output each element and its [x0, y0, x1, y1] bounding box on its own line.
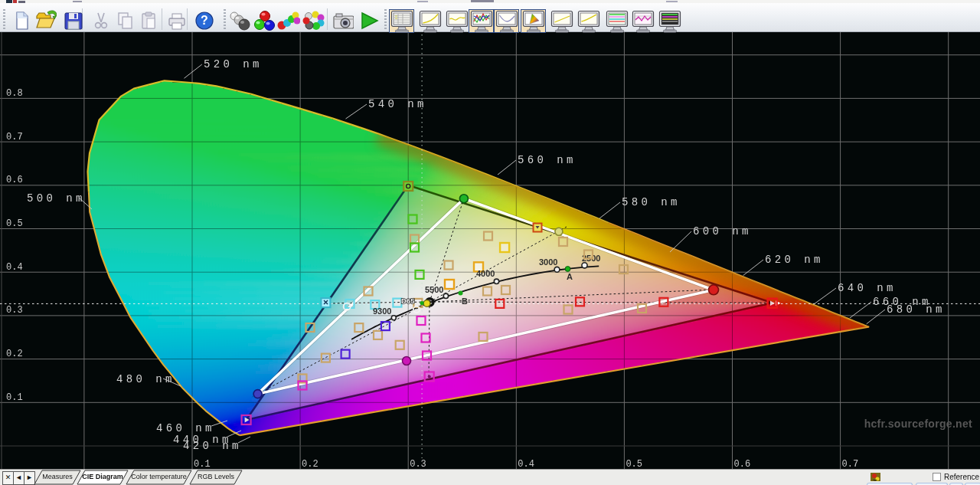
svg-text:0.7: 0.7	[842, 459, 859, 470]
svg-text:5500: 5500	[425, 285, 443, 294]
svg-text:0.6: 0.6	[734, 459, 751, 470]
svg-text:0.4: 0.4	[6, 262, 23, 273]
svg-text:580 nm: 580 nm	[622, 196, 681, 208]
svg-text:A: A	[567, 272, 573, 281]
svg-text:B: B	[462, 297, 468, 306]
svg-text:640 nm: 640 nm	[838, 282, 897, 294]
svg-text:600 nm: 600 nm	[693, 225, 752, 238]
svg-text:0.6: 0.6	[6, 175, 23, 185]
svg-text:480 nm: 480 nm	[116, 373, 175, 385]
svg-text:500 nm: 500 nm	[27, 192, 86, 205]
svg-text:0.4: 0.4	[518, 459, 534, 470]
svg-text:0.3: 0.3	[410, 459, 426, 470]
svg-text:3000: 3000	[539, 257, 557, 267]
svg-text:hcfr.sourceforge.net: hcfr.sourceforge.net	[864, 418, 972, 430]
svg-text:0.5: 0.5	[626, 459, 642, 470]
svg-text:?: ?	[201, 14, 208, 27]
svg-text:0.1: 0.1	[194, 459, 211, 470]
svg-text:0.8: 0.8	[6, 88, 23, 99]
svg-text:0.3: 0.3	[6, 305, 23, 316]
svg-text:620 nm: 620 nm	[765, 254, 824, 266]
svg-text:0.1: 0.1	[6, 392, 23, 403]
svg-text:680 nm: 680 nm	[887, 303, 946, 316]
svg-text:D65: D65	[401, 297, 415, 305]
svg-text:0.2: 0.2	[6, 349, 23, 359]
svg-text:560 nm: 560 nm	[518, 154, 577, 166]
svg-text:4000: 4000	[476, 269, 495, 278]
svg-text:460 nm: 460 nm	[156, 422, 215, 434]
svg-text:0.7: 0.7	[6, 132, 23, 143]
svg-text:420 nm: 420 nm	[183, 440, 242, 452]
svg-text:9300: 9300	[373, 306, 391, 316]
svg-text:0.2: 0.2	[302, 459, 318, 470]
svg-text:540 nm: 540 nm	[368, 98, 427, 110]
svg-text:520 nm: 520 nm	[204, 58, 263, 70]
svg-text:0.5: 0.5	[6, 218, 23, 229]
